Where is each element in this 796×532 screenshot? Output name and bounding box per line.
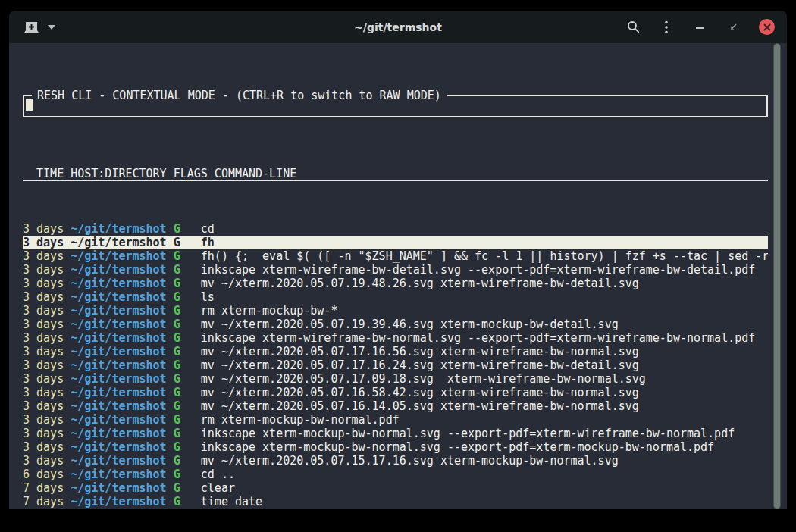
row-time: 3 days [23,358,71,372]
row-gap [167,454,174,468]
row-command: mv ~/xterm.2020.05.07.15.17.16.svg xterm… [180,454,619,468]
text-cursor [26,99,33,111]
history-row[interactable]: 3 days ~/git/termshot G mv ~/xterm.2020.… [23,399,768,413]
row-gap [167,440,174,454]
row-time: 3 days [23,454,71,468]
row-command: inkscape xterm-mockup-bw-normal.svg --ex… [180,427,735,440]
row-flags: G [174,427,180,440]
tab-dropdown-chevron-icon[interactable] [48,25,55,30]
row-command: cd [180,222,215,236]
row-gap [167,304,174,318]
history-row[interactable]: 3 days ~/git/termshot G fh() {; eval $( … [23,249,768,263]
history-row[interactable]: 3 days ~/git/termshot G inkscape xterm-w… [23,331,768,345]
row-time: 3 days [23,236,71,249]
history-row[interactable]: 7 days ~/git/termshot G clear [23,481,768,495]
row-flags: G [174,277,180,290]
close-button[interactable] [759,19,775,35]
row-time: 3 days [23,249,71,263]
row-gap [167,249,174,263]
row-gap [167,331,174,345]
row-flags: G [174,495,180,509]
history-row[interactable]: 6 days ~/git/termshot G cd .. [23,468,768,481]
history-row[interactable]: 3 days ~/git/termshot G mv ~/xterm.2020.… [23,358,768,372]
history-row[interactable]: 3 days ~/git/termshot G mv ~/xterm.2020.… [23,386,768,399]
row-time: 3 days [23,222,71,236]
terminal-plus-icon [24,21,39,33]
history-row[interactable]: 3 days ~/git/termshot G mv ~/xterm.2020.… [23,454,768,468]
history-row[interactable]: 7 days ~/git/termshot G time date [23,495,768,509]
row-gap [167,222,174,236]
row-gap [167,372,174,386]
row-host-directory: ~/git/termshot [71,495,166,509]
row-host-directory: ~/git/termshot [71,427,166,440]
history-row-selected[interactable]: 3 days ~/git/termshot G fh [23,236,768,249]
history-row[interactable]: 3 days ~/git/termshot G cd [23,222,768,236]
history-row[interactable]: 3 days ~/git/termshot G inkscape xterm-m… [23,427,768,440]
row-flags: G [174,440,180,454]
row-command: rm xterm-mockup-bw-* [180,304,338,318]
row-flags: G [174,509,180,509]
row-gap [167,427,174,440]
close-x-icon [763,23,771,31]
search-button[interactable] [625,20,641,35]
row-host-directory: ~/git/termshot [71,222,166,236]
restore-button[interactable] [725,20,741,35]
row-time: 3 days [23,427,71,440]
row-host-directory: ~/git/termshot [71,290,166,304]
row-command: inkscape xterm-mockup-bw-normal.svg --ex… [180,440,714,454]
search-icon [627,20,640,33]
terminal-window: ~/git/termshot [9,11,787,509]
history-row[interactable]: 3 days ~/git/termshot G ls [23,290,768,304]
row-flags: G [174,468,180,481]
history-row[interactable]: 3 days ~/git/termshot G rm xterm-mockup-… [23,413,768,427]
row-gap [167,358,174,372]
row-flags: G [174,481,180,495]
row-gap [167,386,174,399]
row-command: clear [180,481,235,495]
history-row[interactable]: 3 days ~/git/termshot G mv ~/xterm.2020.… [23,318,768,331]
row-time: 3 days [23,318,71,331]
row-host-directory: ~/git/termshot [71,331,166,345]
row-command: fh() {; eval $( ([ -n "$ZSH_NAME" ] && f… [180,249,768,263]
history-row[interactable]: 3 days ~/git/termshot G mv ~/xterm.2020.… [23,345,768,358]
row-time: 6 days [23,468,71,481]
new-tab-button[interactable] [24,21,39,33]
row-host-directory: ~/git/termshot [71,249,166,263]
row-time: 7 days [23,495,71,509]
history-row[interactable]: 3 days ~/git/termshot G inkscape xterm-m… [23,440,768,454]
menu-button[interactable] [659,20,674,35]
column-header: TIME HOST:DIRECTORY FLAGS COMMAND-LINE [23,167,768,181]
history-row[interactable]: 3 days ~/git/termshot G mv ~/xterm.2020.… [23,277,768,290]
scrollbar[interactable] [773,43,781,509]
row-command: mv ~/xterm.2020.05.07.17.09.18.svg xterm… [180,372,646,386]
row-time: 3 days [23,386,71,399]
row-gap [167,236,174,249]
row-gap [167,290,174,304]
row-time: 3 days [23,290,71,304]
row-time: 3 days [23,440,71,454]
row-time: 3 days [23,372,71,386]
row-host-directory: ~/git/termshot [71,277,166,290]
history-row[interactable]: 3 days ~/git/termshot G rm xterm-mockup-… [23,304,768,318]
row-flags: G [174,249,180,263]
row-command: inkscape xterm-wireframe-bw-detail.svg -… [180,263,756,277]
minimize-button[interactable] [692,20,707,35]
row-gap [167,468,174,481]
row-command: ls [180,290,215,304]
row-flags: G [174,263,180,277]
row-gap [167,318,174,331]
row-time: 3 days [23,413,71,427]
row-flags: G [174,454,180,468]
history-row[interactable]: 3 days ~/git/termshot G inkscape xterm-w… [23,263,768,277]
row-host-directory: ~/git/termshot [71,454,166,468]
row-flags: G [174,399,180,413]
row-time: 3 days [23,304,71,318]
row-flags: G [174,290,180,304]
resh-search-box[interactable]: RESH CLI - CONTEXTUAL MODE - (CTRL+R to … [23,95,768,117]
row-gap [167,509,174,509]
row-host-directory: ~/git/termshot [71,481,166,495]
history-row[interactable]: 3 days ~/git/termshot G mv ~/xterm.2020.… [23,372,768,386]
row-host-directory: ~/git/termshot [71,304,166,318]
row-time: 7 days [23,509,71,509]
history-row[interactable]: 7 days ~/git/termshot G time x=1 [23,509,768,509]
